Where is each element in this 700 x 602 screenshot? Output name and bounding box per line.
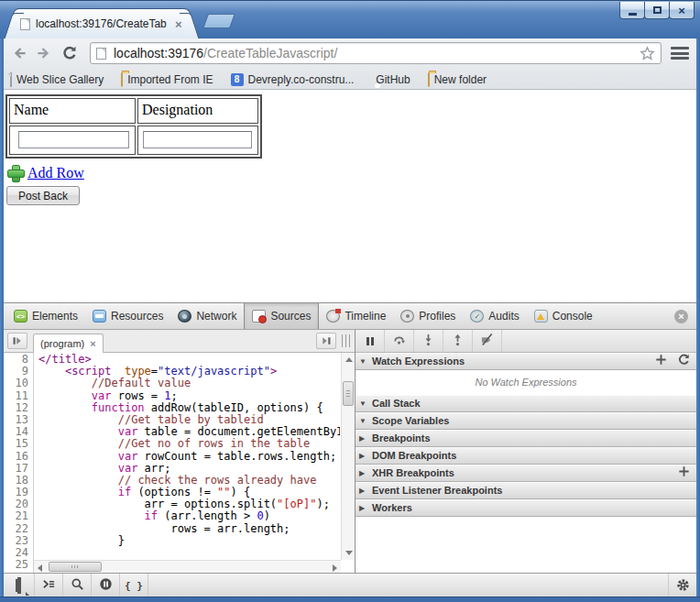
minimize-icon	[629, 13, 637, 16]
devtools-tab-label: Profiles	[419, 310, 455, 323]
section-header-call-stack[interactable]: ▼Call Stack	[355, 395, 696, 412]
bookmark-item[interactable]: 8Devreply.co-constru...	[231, 73, 355, 86]
add-row-link[interactable]: Add Row	[27, 165, 84, 181]
step-over-button[interactable]	[385, 330, 414, 352]
navigator-toggle-button[interactable]	[7, 333, 27, 349]
tab-close-icon[interactable]: ×	[175, 18, 182, 30]
file-tab-program[interactable]: (program) ×	[33, 334, 104, 354]
bookmark-item[interactable]: Web Slice Gallery	[10, 73, 104, 86]
devtools-tab-console[interactable]: Console	[527, 303, 600, 329]
name-input[interactable]	[18, 131, 129, 148]
code-lines: </title> <script type="text/javascript">…	[38, 354, 340, 560]
line-number[interactable]: 12	[4, 402, 28, 414]
pretty-print-button[interactable]: { }	[120, 574, 148, 597]
browser-tab[interactable]: localhost:39176/CreateTab ×	[13, 8, 191, 38]
debugger-sections: ▼Watch ExpressionsNo Watch Expressions▼C…	[355, 353, 696, 517]
devtools-tab-elements[interactable]: <>Elements	[6, 303, 85, 329]
section-label: Scope Variables	[372, 415, 691, 426]
close-button[interactable]: ×	[669, 2, 695, 19]
designation-input[interactable]	[143, 131, 252, 148]
bookmark-star-icon[interactable]	[640, 46, 655, 61]
line-number[interactable]: 21	[4, 510, 28, 522]
step-into-button[interactable]	[414, 330, 443, 352]
bookmark-item[interactable]: GitHub	[371, 73, 410, 86]
minimize-button[interactable]	[619, 2, 645, 19]
table-header-designation: Designation	[137, 98, 258, 124]
splitter-grip-icon[interactable]	[342, 334, 351, 347]
bookmark-label: Devreply.co-constru...	[248, 73, 355, 86]
line-number[interactable]: 16	[4, 451, 28, 463]
bookmark-item[interactable]: New folder	[428, 73, 487, 86]
scroll-right-icon[interactable]	[333, 564, 337, 572]
line-number[interactable]: 17	[4, 463, 28, 475]
section-header-watch-expressions[interactable]: ▼Watch Expressions	[355, 353, 696, 370]
bookmarks-bar: Web Slice GalleryImported From IE8Devrep…	[4, 69, 696, 90]
step-out-button[interactable]	[443, 330, 473, 352]
section-label: XHR Breakpoints	[372, 467, 673, 478]
console-drawer-button[interactable]	[35, 574, 63, 597]
section-header-workers[interactable]: ▶Workers	[355, 499, 696, 517]
search-button[interactable]	[63, 574, 92, 597]
new-tab-button[interactable]	[202, 14, 235, 28]
debugger-toolbar	[355, 330, 696, 353]
reload-icon	[61, 45, 78, 61]
scroll-down-icon[interactable]	[345, 551, 353, 555]
vertical-scroll-thumb[interactable]	[343, 381, 354, 406]
horizontal-scroll-thumb[interactable]	[49, 562, 102, 572]
add-button[interactable]	[654, 353, 668, 369]
bookmark-label: New folder	[434, 73, 487, 86]
code-editor[interactable]: 8910111213141516171819202122232425 </tit…	[4, 353, 355, 573]
dock-side-button[interactable]	[4, 574, 35, 597]
table-cell	[9, 126, 136, 155]
line-number[interactable]: 11	[4, 390, 28, 402]
forward-button[interactable]	[32, 42, 54, 64]
tab-title: localhost:39176/CreateTab	[36, 17, 170, 30]
bookmark-item[interactable]: Imported From IE	[121, 73, 213, 86]
folder-icon	[121, 73, 123, 86]
table-cell	[137, 126, 258, 155]
maximize-button[interactable]	[644, 2, 670, 19]
browser-toolbar: localhost:39176/CreateTableJavascript/ W…	[4, 38, 696, 90]
pause-on-exceptions-button[interactable]	[92, 574, 120, 597]
line-number[interactable]: 15	[4, 438, 28, 450]
section-header-dom-breakpoints[interactable]: ▶DOM Breakpoints	[355, 447, 696, 465]
pause-button[interactable]	[355, 330, 385, 352]
section-header-xhr-breakpoints[interactable]: ▶XHR Breakpoints	[355, 465, 696, 482]
pause-icon	[366, 337, 374, 345]
devtools-close-button[interactable]: ×	[674, 310, 688, 323]
section-header-scope-variables[interactable]: ▼Scope Variables	[355, 412, 696, 430]
devtools-tab-resources[interactable]: Resources	[85, 303, 170, 329]
add-plus-icon[interactable]	[6, 164, 24, 181]
line-number[interactable]: 22	[4, 523, 28, 535]
section-header-breakpoints[interactable]: ▶Breakpoints	[355, 430, 696, 447]
post-back-button[interactable]: Post Back	[6, 186, 80, 205]
devtools-tab-audits[interactable]: ✓Audits	[463, 303, 526, 329]
elements-panel-icon: <>	[14, 310, 27, 323]
refresh-button[interactable]	[677, 353, 691, 369]
line-number[interactable]: 25	[4, 559, 28, 571]
line-number[interactable]: 10	[4, 378, 28, 389]
add-button[interactable]	[677, 465, 691, 481]
deactivate-breakpoints-button[interactable]	[473, 330, 502, 352]
scroll-up-icon[interactable]	[345, 357, 353, 362]
editor-overlay-button[interactable]	[316, 333, 336, 349]
vertical-scrollbar[interactable]	[341, 353, 355, 560]
reload-button[interactable]	[59, 42, 81, 64]
web-page-content: Name Designation Add Row Post Back	[4, 90, 696, 302]
devtools-tab-label: Console	[552, 310, 593, 323]
menu-button[interactable]	[671, 46, 689, 60]
section-header-event-listener-breakpoints[interactable]: ▶Event Listener Breakpoints	[355, 482, 696, 499]
address-bar[interactable]: localhost:39176/CreateTableJavascript/	[90, 42, 662, 64]
scroll-left-icon[interactable]	[38, 564, 42, 572]
browser-window: × localhost:39176/CreateTab × localhost:…	[0, 0, 700, 602]
devtools-tab-profiles[interactable]: Profiles	[393, 303, 463, 329]
back-button[interactable]	[9, 42, 31, 64]
horizontal-scrollbar[interactable]	[34, 560, 341, 573]
settings-button[interactable]	[668, 574, 696, 597]
pause-on-exceptions-icon	[99, 577, 113, 594]
file-tab-close-icon[interactable]: ×	[90, 338, 95, 349]
devtools-tab-label: Audits	[488, 310, 519, 323]
devtools-tab-network[interactable]: Network	[170, 303, 244, 329]
devtools-tab-timeline[interactable]: Timeline	[319, 303, 393, 329]
devtools-tab-sources[interactable]: Sources	[244, 303, 319, 329]
